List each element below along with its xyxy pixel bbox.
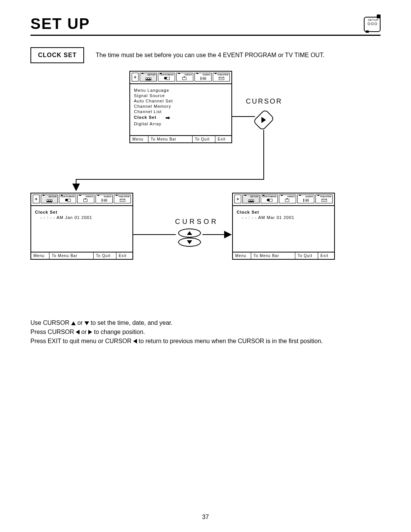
svg-point-31 — [306, 200, 307, 201]
menubar-plus-icon: + — [132, 73, 139, 81]
menu-item-channel-memory: Channel Memory — [134, 104, 228, 109]
menubar-tab-theater: THEATER — [114, 195, 131, 203]
title-rule — [30, 35, 381, 36]
menubar-tab-video: VIDEO — [279, 195, 296, 203]
footer-to-menu-bar: To Menu Bar — [148, 136, 193, 142]
svg-rect-18 — [84, 198, 86, 200]
osd-screen-setup-menu: + SETUP CUSTOMIZE VIDEO — [129, 71, 232, 143]
menubar-tab-setup: SETUP — [242, 195, 260, 203]
menu-item-signal-source: Signal Source — [134, 93, 228, 98]
svg-rect-28 — [285, 199, 289, 202]
menubar-tab-video: VIDEO — [176, 73, 193, 81]
svg-point-11 — [46, 200, 48, 201]
menu-item-menu-language: Menu Language — [134, 88, 228, 93]
osd-footer: Menu To Menu Bar To Quit Exit — [130, 135, 231, 142]
footer-to-quit: To Quit — [295, 252, 318, 259]
menubar-tab-audio: AUDIO — [297, 195, 314, 203]
svg-point-15 — [65, 199, 68, 201]
triangle-down-icon — [84, 321, 89, 325]
clock-set-title: Clock Set — [35, 210, 129, 214]
footer-to-menu-bar: To Menu Bar — [251, 252, 295, 259]
svg-rect-16 — [68, 199, 71, 202]
page-number: 37 — [202, 514, 209, 521]
triangle-left-icon — [133, 339, 137, 343]
osd-menubar: + SETUP CUSTOMIZE VIDEO — [130, 72, 231, 84]
menu-item-auto-channel-set: Auto Channel Set — [134, 99, 228, 103]
footer-menu: Menu — [130, 136, 148, 142]
triangle-right-icon — [88, 330, 92, 334]
svg-rect-6 — [182, 77, 186, 80]
osd-menubar: + SETUP CUSTOMIZE VIDEO AUDIO THEATER — [31, 193, 132, 206]
menubar-plus-icon: + — [234, 195, 241, 203]
cursor-down-button-icon — [178, 238, 201, 247]
menu-item-clock-set: Clock Set➡ — [134, 115, 228, 121]
svg-point-0 — [145, 78, 147, 80]
svg-rect-7 — [183, 77, 185, 78]
cursor-up-button-icon — [178, 228, 201, 238]
svg-rect-14 — [46, 201, 52, 203]
cursor-label-updown: CURSOR — [175, 218, 218, 226]
triangle-left-icon — [76, 330, 80, 334]
svg-rect-5 — [167, 77, 170, 80]
menubar-tab-setup: SETUP — [41, 195, 58, 203]
menubar-tab-audio: AUDIO — [96, 195, 113, 203]
svg-point-9 — [203, 78, 204, 79]
setup-badge-icon: SETUP — [364, 17, 381, 32]
menubar-plus-icon: + — [33, 195, 40, 203]
svg-point-4 — [164, 77, 167, 80]
footer-exit: Exit — [318, 252, 334, 259]
menu-item-channel-list: Channel List — [134, 109, 228, 114]
footer-to-menu-bar: To Menu Bar — [49, 252, 94, 259]
instructions-block: Use CURSOR or to set the time, date, and… — [30, 318, 381, 346]
svg-rect-3 — [145, 80, 151, 81]
menu-item-digital-array: Digital Array — [134, 121, 228, 126]
page-title: SET UP — [30, 15, 90, 32]
footer-menu: Menu — [233, 252, 251, 259]
footer-exit: Exit — [116, 252, 132, 259]
svg-rect-27 — [269, 199, 272, 202]
clock-set-value: - - : - - AM Jan 01 2001 — [35, 215, 129, 220]
flow-diagram: + SETUP CUSTOMIZE VIDEO — [30, 71, 381, 315]
svg-rect-29 — [286, 198, 287, 200]
submenu-arrow-icon: ➡ — [166, 115, 170, 121]
svg-rect-25 — [248, 201, 254, 203]
footer-menu: Menu — [31, 252, 49, 259]
cursor-label-right: CURSOR — [246, 97, 282, 105]
instruction-line-1: Use CURSOR or to set the time, date, and… — [30, 318, 381, 328]
osd-menubar: + SETUP CUSTOMIZE VIDEO AUDIO THEATER — [233, 193, 334, 206]
clock-set-description: The time must be set before you can use … — [96, 52, 324, 59]
clock-set-heading-box: CLOCK SET — [30, 47, 84, 63]
menubar-tab-customize: CUSTOMIZE — [158, 73, 175, 81]
svg-point-12 — [48, 200, 50, 201]
menubar-tab-customize: CUSTOMIZE — [59, 195, 76, 203]
osd-screen-clock-set-jan: + SETUP CUSTOMIZE VIDEO AUDIO THEATER Cl… — [30, 193, 133, 260]
svg-point-20 — [104, 200, 105, 201]
clock-set-value: - - : - - AM Mar 01 2001 — [237, 215, 330, 220]
svg-point-26 — [267, 199, 269, 201]
clock-set-title: Clock Set — [237, 210, 330, 214]
instruction-line-3: Press EXIT to quit menu or CURSOR to ret… — [30, 337, 381, 346]
menubar-tab-setup: SETUP — [140, 73, 157, 81]
instruction-line-2: Press CURSOR or to change position. — [30, 328, 381, 337]
svg-point-24 — [252, 200, 254, 201]
svg-point-13 — [50, 200, 52, 201]
svg-rect-17 — [83, 199, 87, 202]
footer-to-quit: To Quit — [94, 252, 116, 259]
svg-point-23 — [250, 200, 252, 201]
osd-footer: Menu To Menu Bar To Quit Exit — [233, 252, 334, 259]
menubar-tab-video: VIDEO — [77, 195, 94, 203]
menubar-tab-audio: AUDIO — [194, 73, 212, 81]
menubar-tab-theater: THEATER — [315, 195, 333, 203]
svg-point-1 — [147, 78, 149, 80]
triangle-up-icon — [71, 321, 76, 325]
osd-screen-clock-set-mar: + SETUP CUSTOMIZE VIDEO AUDIO THEATER Cl… — [232, 193, 335, 260]
svg-point-22 — [248, 200, 250, 201]
osd-footer: Menu To Menu Bar To Quit Exit — [31, 252, 132, 259]
menubar-tab-customize: CUSTOMIZE — [261, 195, 278, 203]
footer-exit: Exit — [215, 136, 231, 142]
footer-to-quit: To Quit — [193, 136, 215, 142]
cursor-right-button-icon — [253, 109, 275, 131]
svg-point-2 — [149, 78, 151, 80]
menubar-tab-theater: THEATER — [213, 73, 230, 81]
